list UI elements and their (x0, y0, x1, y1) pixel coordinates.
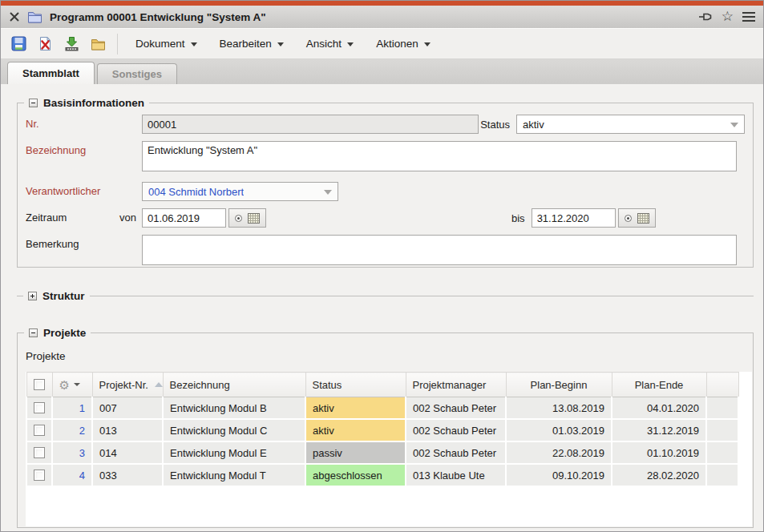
verantwortlicher-select[interactable]: 004 Schmidt Norbert (142, 182, 338, 201)
legend-text: Basisinformationen (43, 97, 144, 109)
tab-sonstiges[interactable]: Sonstiges (97, 63, 177, 84)
table-row[interactable]: 4033Entwicklung Modul Tabgeschlossen013 … (26, 464, 738, 486)
bezeichnung-field[interactable]: Entwicklung "System A" (142, 141, 737, 171)
status-cell: passiv (305, 441, 406, 464)
tab-stammblatt[interactable]: Stammblatt (7, 62, 95, 84)
title-bar: Programm 00001 Entwicklung "System A" ☆ (1, 6, 763, 29)
gear-icon[interactable]: ⚙ (59, 379, 70, 391)
menu-hamburger-icon[interactable] (742, 12, 755, 22)
pin-icon[interactable] (698, 10, 713, 23)
row-select-cell (26, 441, 52, 464)
table-row[interactable]: 1007Entwicklung Modul Baktiv002 Schaub P… (26, 397, 738, 420)
application-window: Programm 00001 Entwicklung "System A" ☆ (0, 0, 764, 532)
collapse-minus-icon[interactable] (29, 99, 38, 107)
column-header-bezeichnung[interactable]: Bezeichnung (163, 373, 305, 397)
row-number-cell[interactable]: 3 (52, 441, 92, 464)
plan-ende-cell: 31.12.2019 (612, 419, 706, 441)
von-date-field[interactable] (142, 208, 226, 228)
row-number-cell[interactable]: 4 (52, 464, 92, 486)
projects-table-body: 1007Entwicklung Modul Baktiv002 Schaub P… (26, 397, 738, 487)
row-nr-status: Nr. Status aktiv (26, 115, 745, 134)
plan-ende-cell: 04.01.2020 (612, 397, 706, 420)
bezeichnung-cell: Entwicklung Modul B (163, 397, 305, 420)
column-header-empty (706, 373, 738, 397)
row-checkbox[interactable] (34, 470, 45, 481)
plan-beginn-cell: 01.03.2019 (506, 419, 612, 441)
import-icon[interactable] (61, 34, 82, 54)
menu-dokument-label: Dokument (135, 38, 185, 50)
header-gear[interactable]: ⚙ (52, 373, 92, 397)
von-label: von (119, 212, 136, 224)
row-checkbox[interactable] (34, 425, 45, 436)
nr-label: Nr. (26, 115, 142, 130)
status-select[interactable]: aktiv (516, 115, 745, 134)
column-header-plan-ende[interactable]: Plan-Ende (612, 373, 706, 397)
menu-aktionen[interactable]: Aktionen (365, 29, 442, 58)
column-header-plan-beginn[interactable]: Plan-Beginn (506, 373, 612, 397)
close-icon[interactable] (9, 11, 20, 22)
open-folder-icon[interactable] (87, 34, 108, 54)
radio-today-icon[interactable] (235, 215, 242, 222)
projekt-nr-cell: 013 (92, 419, 163, 441)
calendar-icon[interactable] (248, 213, 260, 224)
projekt-nr-cell: 014 (92, 441, 163, 464)
favorite-star-icon[interactable]: ☆ (722, 10, 734, 23)
select-all-checkbox[interactable] (34, 379, 45, 390)
fieldset-projekte: Projekte Projekte ⚙ (17, 332, 754, 528)
discard-document-icon[interactable] (34, 34, 55, 54)
row-zeitraum: Zeitraum von bis (26, 208, 745, 228)
column-header-status[interactable]: Status (305, 373, 406, 397)
dropdown-arrow-icon (324, 190, 332, 195)
menu-dokument[interactable]: Dokument (124, 29, 208, 58)
expand-plus-icon[interactable] (28, 292, 37, 300)
column-header-label: Projekt-Nr. (99, 379, 148, 391)
menu-aktionen-label: Aktionen (376, 38, 418, 50)
zeitraum-label-group: Zeitraum von (26, 208, 142, 224)
dropdown-arrow-icon (730, 123, 738, 127)
row-select-cell (26, 419, 52, 441)
nr-field[interactable] (142, 115, 479, 134)
row-checkbox[interactable] (34, 447, 45, 458)
chevron-down-icon (74, 383, 80, 386)
status-cell: abgeschlossen (305, 464, 406, 486)
save-icon[interactable] (8, 34, 29, 54)
collapse-minus-icon[interactable] (29, 328, 38, 337)
table-header-row: ⚙ Projekt-Nr. Bezeichnung (26, 373, 738, 397)
menu-bearbeiten-label: Bearbeiten (220, 38, 272, 50)
menu-bearbeiten[interactable]: Bearbeiten (208, 29, 295, 58)
page-content: Basisinformationen Nr. Status aktiv Beze… (1, 84, 763, 531)
row-number-cell[interactable]: 1 (52, 397, 92, 420)
bis-date-field[interactable] (532, 208, 616, 228)
row-checkbox[interactable] (34, 402, 45, 413)
projektmanager-cell: 002 Schaub Peter (406, 419, 506, 441)
document-folder-icon (27, 10, 42, 23)
status-group: Status aktiv (480, 115, 745, 134)
projects-caption: Projekte (26, 346, 752, 365)
bemerkung-field[interactable] (142, 235, 737, 265)
row-select-cell (26, 464, 52, 486)
bis-date-buttons (618, 208, 656, 228)
bis-group: bis (511, 208, 656, 228)
projects-table-panel: ⚙ Projekt-Nr. Bezeichnung (26, 372, 752, 526)
menu-ansicht[interactable]: Ansicht (295, 29, 365, 58)
calendar-icon[interactable] (637, 213, 649, 224)
table-row[interactable]: 2013Entwicklung Modul Caktiv002 Schaub P… (26, 419, 738, 441)
empty-cell (706, 419, 738, 441)
projekt-nr-cell: 007 (92, 397, 163, 420)
plan-beginn-cell: 09.10.2019 (506, 464, 612, 486)
fieldset-struktur: Struktur (17, 296, 754, 304)
status-label: Status (480, 119, 510, 131)
table-row[interactable]: 3014Entwicklung Modul Epassiv002 Schaub … (26, 441, 738, 464)
menu-ansicht-label: Ansicht (306, 38, 342, 50)
column-header-projekt-nr[interactable]: Projekt-Nr. (92, 373, 163, 397)
verantwortlicher-label: Verantwortlicher (26, 182, 142, 197)
tab-strip: Stammblatt Sonstiges (1, 59, 763, 84)
row-verantwortlicher: Verantwortlicher 004 Schmidt Norbert (26, 182, 745, 201)
bezeichnung-cell: Entwicklung Modul E (163, 441, 305, 464)
plan-ende-cell: 28.02.2020 (612, 464, 706, 486)
bemerkung-label: Bemerkung (26, 235, 142, 250)
row-number-cell[interactable]: 2 (52, 419, 92, 441)
column-header-projektmanager[interactable]: Projektmanager (406, 373, 506, 397)
status-cell: aktiv (305, 397, 406, 420)
radio-today-icon[interactable] (625, 215, 632, 222)
